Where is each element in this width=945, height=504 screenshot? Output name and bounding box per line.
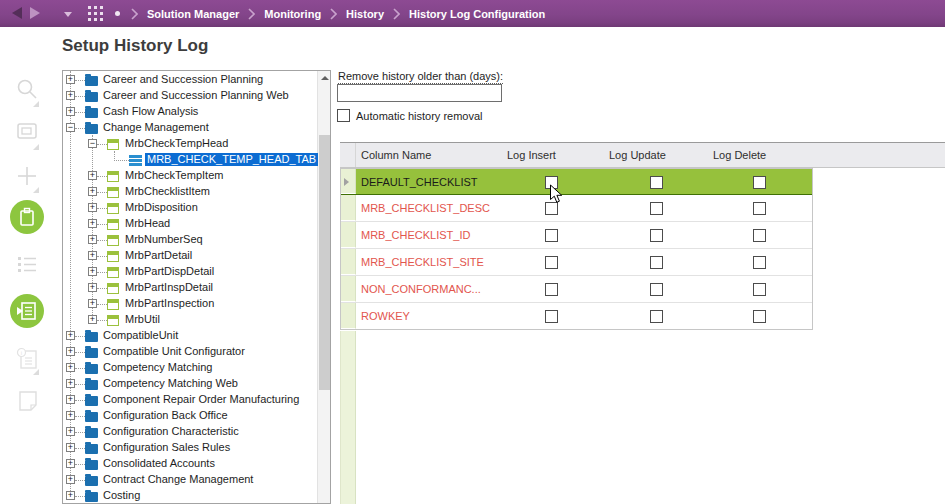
- grid-row-mrb-checklist-desc[interactable]: MRB_CHECKLIST_DESC: [340, 195, 813, 222]
- tree-item-configuration-characteristic[interactable]: Configuration Characteristic: [63, 424, 330, 440]
- tree-item-mrbnumberseq[interactable]: MrbNumberSeq: [63, 232, 330, 248]
- tree-item-label[interactable]: MrbChecklistItem: [123, 185, 212, 198]
- note-icon[interactable]: [16, 389, 40, 417]
- app-grid-icon[interactable]: [88, 6, 103, 21]
- tree-item-mrbpartdispdetail[interactable]: MrbPartDispDetail: [63, 264, 330, 280]
- expand-icon[interactable]: [66, 91, 75, 100]
- log-update-checkbox[interactable]: [650, 202, 663, 215]
- tree-item-label[interactable]: Competency Matching: [101, 361, 214, 374]
- column-name-cell[interactable]: NON_CONFORMANC...: [361, 276, 481, 302]
- expand-icon[interactable]: [88, 299, 97, 308]
- breadcrumb-history-log-configuration[interactable]: History Log Configuration: [409, 8, 545, 20]
- tree-item-label[interactable]: MRB_CHECK_TEMP_HEAD_TAB: [145, 153, 318, 166]
- comment-icon[interactable]: [16, 122, 38, 146]
- breadcrumb-monitoring[interactable]: Monitoring: [264, 8, 321, 20]
- scrollbar-thumb[interactable]: [319, 135, 330, 390]
- row-selector-cell[interactable]: [340, 249, 356, 275]
- tree-item-change-management[interactable]: Change Management: [63, 120, 330, 136]
- tree-item-career-and-succession-planning-web[interactable]: Career and Succession Planning Web: [63, 88, 330, 104]
- log-insert-checkbox[interactable]: [545, 283, 558, 296]
- scroll-up-icon[interactable]: [318, 71, 331, 84]
- tree-item-mrbchecklistitem[interactable]: MrbChecklistItem: [63, 184, 330, 200]
- tree-item-label[interactable]: Configuration Sales Rules: [101, 441, 232, 454]
- log-insert-checkbox[interactable]: [545, 229, 558, 242]
- column-name-cell[interactable]: DEFAULT_CHECKLIST: [361, 169, 478, 194]
- expand-icon[interactable]: [88, 267, 97, 276]
- grid-row-mrb-checklist-site[interactable]: MRB_CHECKLIST_SITE: [340, 249, 813, 276]
- tree-item-label[interactable]: MrbCheckTempItem: [123, 169, 225, 182]
- row-selector-cell[interactable]: [340, 222, 356, 248]
- expand-icon[interactable]: [66, 75, 75, 84]
- log-delete-checkbox[interactable]: [753, 202, 766, 215]
- expand-icon[interactable]: [88, 219, 97, 228]
- tree-item-contract-change-management[interactable]: Contract Change Management: [63, 472, 330, 488]
- tree-item-mrbchecktempitem[interactable]: MrbCheckTempItem: [63, 168, 330, 184]
- tree-item-label[interactable]: MrbUtil: [123, 313, 162, 326]
- tree-item-label[interactable]: Configuration Back Office: [101, 409, 230, 422]
- log-insert-checkbox[interactable]: [545, 256, 558, 269]
- tree-item-career-and-succession-planning[interactable]: Career and Succession Planning: [63, 72, 330, 88]
- history-dropdown-icon[interactable]: [64, 12, 72, 17]
- tree-item-mrbchecktemphead[interactable]: MrbCheckTempHead: [63, 136, 330, 152]
- document-navigator-icon[interactable]: [10, 294, 44, 328]
- expand-icon[interactable]: [66, 363, 75, 372]
- clipboard-icon[interactable]: [10, 200, 44, 234]
- remove-history-input[interactable]: [337, 84, 502, 102]
- tree-item-cash-flow-analysis[interactable]: Cash Flow Analysis: [63, 104, 330, 120]
- log-delete-checkbox[interactable]: [753, 176, 766, 189]
- column-name-cell[interactable]: MRB_CHECKLIST_DESC: [361, 195, 490, 221]
- tree-item-mrbpartinspection[interactable]: MrbPartInspection: [63, 296, 330, 312]
- log-delete-checkbox[interactable]: [753, 310, 766, 323]
- grid-row-mrb-checklist-id[interactable]: MRB_CHECKLIST_ID: [340, 222, 813, 249]
- grid-row-rowkey[interactable]: ROWKEY: [340, 303, 813, 330]
- expand-icon[interactable]: [88, 251, 97, 260]
- tree-item-label[interactable]: Cash Flow Analysis: [101, 105, 200, 118]
- tree-item-label[interactable]: MrbPartInspDetail: [123, 281, 215, 294]
- log-update-checkbox[interactable]: [650, 256, 663, 269]
- expand-icon[interactable]: [66, 331, 75, 340]
- expand-icon[interactable]: [88, 171, 97, 180]
- expand-icon[interactable]: [66, 443, 75, 452]
- tree-item-label[interactable]: MrbCheckTempHead: [123, 137, 230, 150]
- collapse-icon[interactable]: [66, 123, 75, 132]
- back-icon[interactable]: [12, 7, 22, 19]
- grid-row-default-checklist[interactable]: DEFAULT_CHECKLIST: [340, 168, 813, 195]
- tree-item-mrbpartinspdetail[interactable]: MrbPartInspDetail: [63, 280, 330, 296]
- expand-icon[interactable]: [88, 315, 97, 324]
- expand-icon[interactable]: [66, 491, 75, 500]
- row-selector-cell[interactable]: [340, 195, 356, 221]
- column-name-cell[interactable]: MRB_CHECKLIST_ID: [361, 222, 470, 248]
- expand-icon[interactable]: [66, 107, 75, 116]
- row-selector-cell[interactable]: [340, 169, 356, 194]
- log-update-checkbox[interactable]: [650, 176, 663, 189]
- expand-icon[interactable]: [88, 203, 97, 212]
- tree-item-label[interactable]: CompatibleUnit: [101, 329, 180, 342]
- log-update-checkbox[interactable]: [650, 229, 663, 242]
- log-update-checkbox[interactable]: [650, 283, 663, 296]
- tree-item-competency-matching-web[interactable]: Competency Matching Web: [63, 376, 330, 392]
- tree-item-label[interactable]: MrbPartDispDetail: [123, 265, 216, 278]
- tree-item-label[interactable]: MrbPartInspection: [123, 297, 216, 310]
- tree-item-label[interactable]: Change Management: [101, 121, 211, 134]
- expand-icon[interactable]: [88, 283, 97, 292]
- checklist-icon[interactable]: [16, 255, 38, 277]
- tree-item-consolidated-accounts[interactable]: Consolidated Accounts: [63, 456, 330, 472]
- expand-icon[interactable]: [66, 475, 75, 484]
- expand-icon[interactable]: [66, 427, 75, 436]
- tree-item-mrbdisposition[interactable]: MrbDisposition: [63, 200, 330, 216]
- expand-icon[interactable]: [88, 187, 97, 196]
- expand-icon[interactable]: [66, 347, 75, 356]
- row-selector-cell[interactable]: [340, 276, 356, 302]
- expand-icon[interactable]: [66, 459, 75, 468]
- tree-item-label[interactable]: MrbDisposition: [123, 201, 200, 214]
- tree-item-label[interactable]: Compatible Unit Configurator: [101, 345, 247, 358]
- tree-item-label[interactable]: Costing: [101, 489, 142, 502]
- expand-icon[interactable]: [66, 395, 75, 404]
- expand-icon[interactable]: [88, 235, 97, 244]
- breadcrumb-solution-manager[interactable]: Solution Manager: [147, 8, 239, 20]
- tree-item-label[interactable]: Career and Succession Planning Web: [101, 89, 291, 102]
- row-selector-cell[interactable]: [340, 303, 356, 329]
- column-name-cell[interactable]: ROWKEY: [361, 303, 410, 329]
- tree-item-mrb-check-temp-head-tab[interactable]: MRB_CHECK_TEMP_HEAD_TAB: [63, 152, 330, 168]
- log-update-checkbox[interactable]: [650, 310, 663, 323]
